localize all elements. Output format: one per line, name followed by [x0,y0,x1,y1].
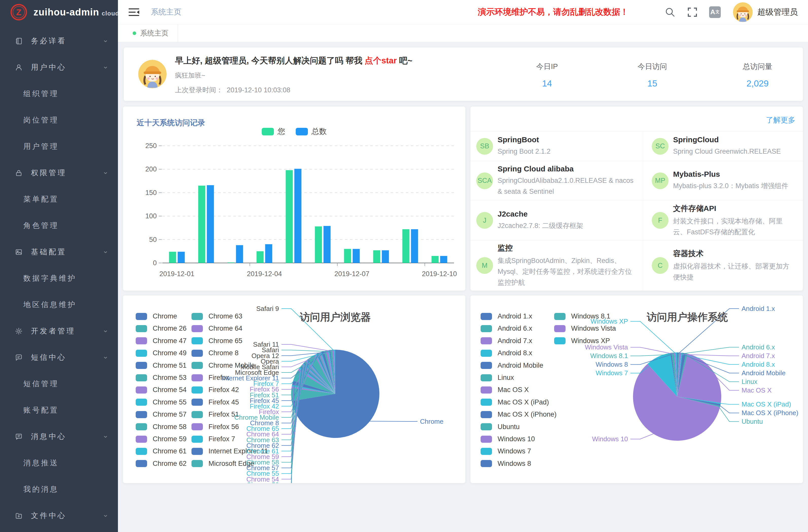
tech-card-容器技术[interactable]: C容器技术虚拟化容器技术，让迁移、部署更加方便快捷 [643,240,803,291]
svg-text:2019-12-07: 2019-12-07 [334,270,369,278]
sidebar-subitem[interactable]: 岗位管理 [0,107,118,133]
brand-title: zuihou-admincloud [34,7,119,18]
tech-card-SpringBoot[interactable]: SBSpringBootSpring Boot 2.1.2 [471,131,643,161]
tab-active-dot [133,32,136,35]
sidebar-subitem-label: 地区信息维护 [23,300,77,310]
avatar[interactable] [733,2,753,22]
sidebar-item-label: 短信中心 [31,352,67,363]
bar-您-2019-12-04[interactable] [257,251,264,263]
bar-总数-2019-12-09[interactable] [411,229,418,263]
bar-总数-2019-12-04[interactable] [265,244,272,263]
learn-more-link[interactable]: 了解更多 [766,115,795,125]
svg-text:250: 250 [145,142,157,150]
greeting-subtitle: 疯狂加班~ [175,71,412,80]
sidebar-item[interactable]: 消息中心 [0,423,118,450]
sidebar-subitem[interactable]: 用户管理 [0,133,118,160]
tech-card-Mybatis-Plus[interactable]: MPMybatis-PlusMybatis-plus 3.2.0：Mybatis… [643,161,803,200]
bar-总数-2019-12-08[interactable] [382,250,389,263]
bar-您-2019-12-09[interactable] [403,229,409,263]
bar-总数-2019-12-07[interactable] [353,249,360,263]
bar-总数-2019-12-10[interactable] [440,256,447,263]
sidebar-subitem[interactable]: 消息推送 [0,450,118,476]
demo-notice: 演示环境维护不易，请勿乱删乱改数据！ [478,6,628,18]
tech-card-文件存储API[interactable]: F文件存储API封装文件接口，实现本地存储、阿里云、FastDFS存储的配置化 [643,200,803,240]
sidebar-subitem[interactable]: 数据字典维护 [0,265,118,292]
tab-system-home[interactable]: 系统主页 [123,24,178,42]
gear-icon [15,327,23,335]
tech-desc: 封装文件接口，实现本地存储、阿里云、FastDFS存储的配置化 [673,216,790,238]
tech-badge: J [476,212,493,229]
bar-您-2019-12-10[interactable] [431,256,439,263]
fullscreen-icon[interactable] [687,6,698,18]
sidebar-subitem[interactable]: 组织管理 [0,81,118,107]
collapse-menu-icon[interactable] [128,7,140,17]
sidebar-item-label: 消息中心 [31,432,67,442]
sidebar-item[interactable]: 务必详看 [0,28,118,54]
svg-text:2019-12-01: 2019-12-01 [159,270,194,278]
user-icon [15,63,23,72]
bar-总数-2019-12-05[interactable] [294,169,301,263]
bar-您-2019-12-06[interactable] [315,226,322,263]
sidebar-subitem[interactable]: 账号配置 [0,397,118,423]
sidebar-item-label: 开发者管理 [31,326,75,336]
language-icon[interactable]: A文 [709,6,721,18]
sidebar-item[interactable]: 短信中心 [0,344,118,371]
search-icon[interactable] [664,6,676,18]
bar-您-2019-12-03[interactable] [227,262,235,263]
tech-desc: Spring Boot 2.1.2 [498,146,635,157]
chevron-down-icon [102,328,109,334]
sidebar-item[interactable]: 权限管理 [0,160,118,186]
sidebar-item[interactable]: 文件中心 [0,502,118,529]
svg-text:200: 200 [145,165,157,173]
tech-card-J2cache[interactable]: JJ2cacheJ2cache2.7.8: 二级缓存框架 [471,200,643,240]
bar-总数-2019-12-01[interactable] [178,252,185,263]
brand-suffix: cloud [102,10,119,17]
book-icon [15,37,23,45]
sidebar-item[interactable]: 开发者管理 [0,318,118,344]
bar-您-2019-12-01[interactable] [169,252,176,263]
tech-card-Spring Cloud alibaba[interactable]: SCASpring Cloud alibabaSpringCloudAlibab… [471,161,643,200]
message-icon [15,433,23,441]
chevron-down-icon [102,249,109,255]
logo[interactable]: Z zuihou-admincloud [0,0,118,24]
logo-z-icon: Z [10,3,28,21]
greeting-card: 早上好, 超级管理员, 今天帮别人解决问题了吗 帮我 点个star 吧~ 疯狂加… [124,48,803,101]
tech-title: SpringBoot [498,135,635,144]
sidebar-subitem[interactable]: 地区信息维护 [0,292,118,318]
bar-总数-2019-12-02[interactable] [207,185,214,263]
bar-您-2019-12-08[interactable] [373,250,381,263]
tech-card-SpringCloud[interactable]: SCSpringCloudSpring Cloud Greenwich.RELE… [643,131,803,161]
breadcrumb: 系统主页 [151,7,181,17]
bar-总数-2019-12-03[interactable] [236,245,243,263]
sidebar-item-label: 文件中心 [31,511,67,521]
sidebar-subitem[interactable]: 我的消息 [0,476,118,502]
star-link[interactable]: 点个star [365,56,397,65]
bar-legend: 您 总数 [123,126,465,137]
sidebar-subitem[interactable]: 菜单配置 [0,186,118,213]
bar-您-2019-12-07[interactable] [344,249,351,263]
sidebar-subitem-label: 账号配置 [23,405,59,415]
sidebar-item[interactable]: 基础配置 [0,239,118,265]
bar-您-2019-12-02[interactable] [198,186,205,263]
legend-item[interactable]: 您 [262,126,285,137]
pie-label-Windows Vista: Windows Vista [585,343,628,351]
sidebar-item[interactable]: 用户中心 [0,54,118,81]
current-user[interactable]: 超级管理员 [757,6,798,18]
tech-badge: SC [652,138,668,155]
sidebar-subitem-label: 岗位管理 [23,115,59,125]
os-pie-title: 访问用户操作系统 [599,310,776,324]
tech-card-监控[interactable]: M监控集成SpringBootAdmin、Zipkin、Redis、Mysql、… [471,240,643,291]
tech-desc: Mybatis-plus 3.2.0：Mybatis 增强组件 [673,181,790,191]
legend-item[interactable]: 总数 [296,126,327,137]
sidebar-subitem[interactable]: 短信管理 [0,371,118,397]
sidebar-menu: 务必详看用户中心组织管理岗位管理用户管理权限管理菜单配置角色管理基础配置数据字典… [0,28,118,529]
greeting-title: 早上好, 超级管理员, 今天帮别人解决问题了吗 帮我 点个star 吧~ [175,55,412,67]
chevron-down-icon [102,64,109,71]
chat-icon [15,353,23,362]
tech-title: 监控 [498,243,635,253]
bar-总数-2019-12-06[interactable] [324,226,331,263]
tech-grid: SBSpringBootSpring Boot 2.1.2SCSpringClo… [471,131,803,291]
bar-您-2019-12-05[interactable] [286,170,293,263]
sidebar-subitem[interactable]: 角色管理 [0,213,118,239]
topbar: 系统主页 演示环境维护不易，请勿乱删乱改数据！ A文 超级管理员 [118,0,808,24]
